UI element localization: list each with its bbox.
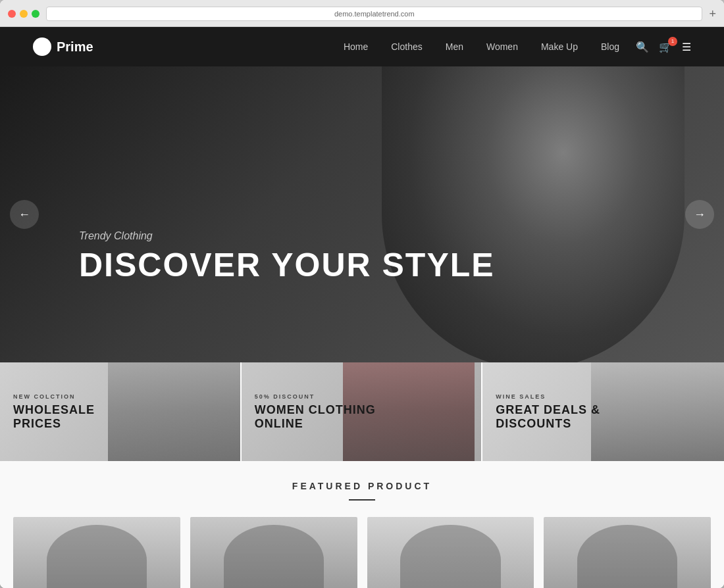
- nav-links: Home Clothes Men Women Make Up Blog: [344, 41, 619, 53]
- product-card-4[interactable]: [544, 517, 711, 588]
- product-card-1[interactable]: [13, 517, 180, 588]
- person-silhouette-4: [577, 525, 677, 588]
- nav-item-blog[interactable]: Blog: [601, 41, 619, 53]
- promo-label-1: NEW COLCTION: [13, 393, 95, 400]
- promo-card-3[interactable]: WINE SALES GREAT DEALS &DISCOUNTS: [482, 362, 724, 461]
- featured-section: FEATURED PRODUCT: [0, 461, 724, 588]
- nav-icons: 🔍 🛒 1 ☰: [636, 41, 691, 53]
- hero-slider: Trendy Clothing DISCOVER YOUR STYLE ← →: [0, 66, 724, 362]
- slider-prev-button[interactable]: ←: [10, 200, 39, 229]
- promo-card-2[interactable]: 50% DISCOUNT WOMEN CLOTHINGONLINE: [242, 362, 483, 461]
- promo-content-3: WINE SALES GREAT DEALS &DISCOUNTS: [496, 393, 600, 430]
- promo-section: NEW COLCTION WHOLESALEPRICES 50% DISCOUN…: [0, 362, 724, 461]
- promo-person-3: [591, 362, 724, 461]
- browser-chrome: demo.templatetrend.com +: [0, 0, 724, 27]
- product-image-3: [367, 517, 534, 588]
- nav-item-makeup[interactable]: Make Up: [541, 41, 578, 53]
- person-silhouette-1: [47, 525, 147, 588]
- product-card-2[interactable]: [190, 517, 357, 588]
- traffic-lights: [8, 10, 39, 18]
- cart-icon[interactable]: 🛒 1: [659, 41, 672, 53]
- nav-item-clothes[interactable]: Clothes: [391, 41, 422, 53]
- featured-title: FEATURED PRODUCT: [13, 481, 711, 491]
- logo[interactable]: ⚙ Prime: [33, 37, 93, 56]
- promo-card-1[interactable]: NEW COLCTION WHOLESALEPRICES: [0, 362, 242, 461]
- search-icon[interactable]: 🔍: [636, 41, 649, 53]
- close-button[interactable]: [8, 10, 16, 18]
- promo-label-2: 50% DISCOUNT: [255, 393, 376, 400]
- person-silhouette-2: [224, 525, 324, 588]
- product-image-4: [544, 517, 711, 588]
- hero-content: Trendy Clothing DISCOVER YOUR STYLE: [79, 230, 495, 283]
- maximize-button[interactable]: [32, 10, 39, 18]
- promo-title-1: WHOLESALEPRICES: [13, 403, 95, 430]
- browser-window: demo.templatetrend.com + ⚙ Prime Home Cl…: [0, 0, 724, 588]
- nav-item-women[interactable]: Women: [486, 41, 518, 53]
- nav-item-men[interactable]: Men: [446, 41, 463, 53]
- product-card-3[interactable]: [367, 517, 534, 588]
- minimize-button[interactable]: [20, 10, 28, 18]
- logo-icon: ⚙: [33, 37, 51, 56]
- promo-person-1: [108, 362, 240, 461]
- new-tab-button[interactable]: +: [709, 7, 716, 21]
- promo-title-3: GREAT DEALS &DISCOUNTS: [496, 403, 600, 430]
- navbar: ⚙ Prime Home Clothes Men Women Make Up B…: [0, 27, 724, 66]
- address-bar[interactable]: demo.templatetrend.com: [46, 7, 702, 21]
- cart-badge: 1: [668, 37, 677, 46]
- product-grid: [13, 517, 711, 588]
- product-image-2: [190, 517, 357, 588]
- slider-next-button[interactable]: →: [685, 200, 714, 229]
- hero-model-image: [382, 66, 685, 362]
- hero-title: DISCOVER YOUR STYLE: [79, 247, 495, 283]
- nav-item-home[interactable]: Home: [344, 41, 368, 53]
- hero-subtitle: Trendy Clothing: [79, 230, 495, 242]
- promo-label-3: WINE SALES: [496, 393, 600, 400]
- logo-text: Prime: [57, 39, 93, 55]
- page-content: ⚙ Prime Home Clothes Men Women Make Up B…: [0, 27, 724, 588]
- product-image-1: [13, 517, 180, 588]
- section-divider: [349, 499, 375, 501]
- promo-title-2: WOMEN CLOTHINGONLINE: [255, 403, 376, 430]
- promo-content-2: 50% DISCOUNT WOMEN CLOTHINGONLINE: [255, 393, 376, 430]
- menu-icon[interactable]: ☰: [682, 41, 691, 53]
- promo-content-1: NEW COLCTION WHOLESALEPRICES: [13, 393, 95, 430]
- person-silhouette-3: [400, 525, 500, 588]
